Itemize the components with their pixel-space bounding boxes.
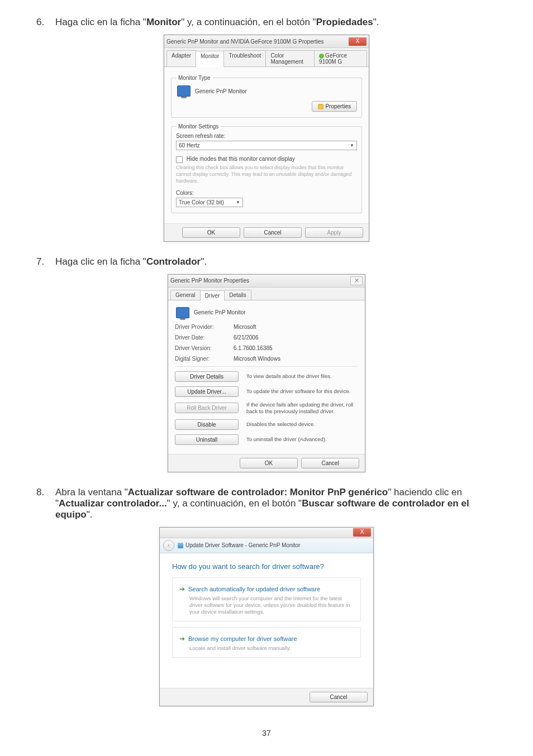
legend: Monitor Type xyxy=(176,75,213,81)
dialog-monitor-properties: Generic PnP Monitor and NVIDIA GeForce 9… xyxy=(164,35,369,242)
driver-details-action: Driver Details To view details about the… xyxy=(175,371,358,382)
step-8: 8. Abra la ventana "Actualizar software … xyxy=(36,487,497,520)
step-text: Haga clic en la ficha "Controlador". xyxy=(55,256,497,267)
uninstall-action: Uninstall To uninstall the driver (Advan… xyxy=(175,434,358,445)
shield-icon xyxy=(318,104,323,109)
digital-signer-row: Digital Signer: Microsoft Windows xyxy=(175,356,358,362)
back-icon[interactable]: ‹ xyxy=(163,540,174,551)
dialog-update-driver-wizard: X ‹ Update Driver Software - Generic PnP… xyxy=(159,527,374,706)
wizard-breadcrumb: ‹ Update Driver Software - Generic PnP M… xyxy=(160,538,373,553)
monitor-icon xyxy=(177,85,191,97)
step-number: 8. xyxy=(36,487,55,520)
monitor-settings-group: Monitor Settings Screen refresh rate: 60… xyxy=(171,123,362,213)
update-driver-button[interactable]: Update Driver... xyxy=(175,386,239,397)
disable-button[interactable]: Disable xyxy=(175,419,239,430)
cancel-button[interactable]: Cancel xyxy=(244,227,302,238)
tab-driver[interactable]: Driver xyxy=(200,290,225,300)
description: If the device fails after updating the d… xyxy=(246,401,358,415)
refresh-rate-label: Screen refresh rate: xyxy=(176,133,357,139)
dialog-driver-properties: Generic PnP Monitor Properties ✕ General… xyxy=(168,274,365,472)
properties-button[interactable]: Properties xyxy=(312,101,357,112)
monitor-name: Generic PnP Monitor xyxy=(194,309,246,315)
tab-troubleshoot[interactable]: Troubleshoot xyxy=(223,50,266,66)
tab-adapter[interactable]: Adapter xyxy=(166,50,196,66)
text: ". xyxy=(87,509,93,520)
hide-modes-checkbox[interactable] xyxy=(176,156,183,163)
cancel-button[interactable]: Cancel xyxy=(310,692,368,702)
bold-text: Controlador xyxy=(146,256,201,267)
title-bar: Generic PnP Monitor and NVIDIA GeForce 9… xyxy=(164,35,369,48)
monitor-type-group: Monitor Type Generic PnP Monitor Propert… xyxy=(171,75,362,118)
driver-date-row: Driver Date: 6/21/2006 xyxy=(175,334,358,341)
label: Driver Date: xyxy=(175,334,234,341)
breadcrumb-text: Update Driver Software - Generic PnP Mon… xyxy=(185,542,300,548)
page-number: 37 xyxy=(36,729,497,738)
hide-modes-help: Clearing this check box allows you to se… xyxy=(176,164,357,184)
step-number: 6. xyxy=(36,17,55,28)
chevron-down-icon: ▼ xyxy=(236,200,240,205)
step-text: Abra la ventana "Actualizar software de … xyxy=(55,487,497,520)
step-number: 7. xyxy=(36,256,55,267)
disable-action: Disable Disables the selected device. xyxy=(175,419,358,430)
text: Haga clic en la ficha " xyxy=(55,256,146,267)
tab-color-management[interactable]: Color Management xyxy=(265,50,315,66)
window-title: Generic PnP Monitor Properties xyxy=(170,277,349,284)
bold-text: Propiedades xyxy=(316,17,373,27)
chevron-down-icon: ▼ xyxy=(350,143,354,148)
tab-geforce[interactable]: GeForce 9100M G xyxy=(314,50,367,66)
option-browse-computer[interactable]: ➔Browse my computer for driver software … xyxy=(172,627,361,658)
nvidia-icon xyxy=(319,54,324,59)
value: Microsoft xyxy=(234,324,256,330)
rollback-driver-button[interactable]: Roll Back Driver xyxy=(175,403,239,413)
close-icon[interactable]: ✕ xyxy=(350,276,363,285)
monitor-icon xyxy=(176,307,189,318)
divider xyxy=(175,366,358,367)
tab-strip: Adapter Monitor Troubleshoot Color Manag… xyxy=(164,48,369,67)
cancel-button[interactable]: Cancel xyxy=(301,458,359,468)
refresh-rate-select[interactable]: 60 Hertz ▼ xyxy=(176,141,357,150)
bold-text: Actualizar controlador... xyxy=(59,498,167,509)
arrow-icon: ➔ xyxy=(179,585,185,593)
option-description: Locate and install driver software manua… xyxy=(189,645,354,652)
rollback-driver-action: Roll Back Driver If the device fails aft… xyxy=(175,401,358,415)
value: Microsoft Windows xyxy=(234,356,280,362)
driver-details-button[interactable]: Driver Details xyxy=(175,371,239,382)
tab-details[interactable]: Details xyxy=(224,290,251,300)
dialog-buttons: OK Cancel xyxy=(168,454,365,472)
combo-value: 60 Hertz xyxy=(179,142,200,149)
text: ". xyxy=(373,17,379,27)
button-label: Properties xyxy=(325,103,351,109)
colors-select[interactable]: True Color (32 bit) ▼ xyxy=(176,198,243,207)
close-icon[interactable]: X xyxy=(349,37,367,46)
description: To view details about the driver files. xyxy=(246,373,358,380)
ok-button[interactable]: OK xyxy=(182,227,240,238)
text: Abra la ventana " xyxy=(55,487,128,497)
bold-text: Buscar xyxy=(302,498,334,509)
close-icon[interactable]: X xyxy=(353,528,371,537)
combo-value: True Color (32 bit) xyxy=(179,199,224,205)
tab-content: Monitor Type Generic PnP Monitor Propert… xyxy=(164,67,369,223)
label: Driver Version: xyxy=(175,345,234,351)
ok-button[interactable]: OK xyxy=(240,458,298,468)
monitor-name: Generic PnP Monitor xyxy=(195,88,247,94)
driver-provider-row: Driver Provider: Microsoft xyxy=(175,324,358,330)
tab-general[interactable]: General xyxy=(170,290,201,300)
option-description: Windows will search your computer and th… xyxy=(189,595,354,615)
driver-version-row: Driver Version: 6.1.7600.16385 xyxy=(175,345,358,351)
bold-text: Monitor xyxy=(146,17,181,27)
tab-content: Generic PnP Monitor Driver Provider: Mic… xyxy=(168,300,365,454)
wizard-heading: How do you want to search for driver sof… xyxy=(172,562,361,571)
tab-monitor[interactable]: Monitor xyxy=(196,51,224,67)
apply-button[interactable]: Apply xyxy=(305,227,363,238)
text: " y, a continuación, en el botón " xyxy=(167,498,302,509)
text: Haga clic en la ficha " xyxy=(55,17,146,27)
text: " y, a continuación, en el botón " xyxy=(181,17,316,27)
uninstall-button[interactable]: Uninstall xyxy=(175,434,239,445)
step-text: Haga clic en la ficha "Monitor" y, a con… xyxy=(55,17,497,28)
value: 6/21/2006 xyxy=(234,334,259,341)
label: Driver Provider: xyxy=(175,324,234,330)
description: To update the driver software for this d… xyxy=(246,388,358,395)
drive-icon xyxy=(178,543,183,548)
text: ". xyxy=(201,256,207,267)
option-search-automatically[interactable]: ➔Search automatically for updated driver… xyxy=(172,577,361,621)
